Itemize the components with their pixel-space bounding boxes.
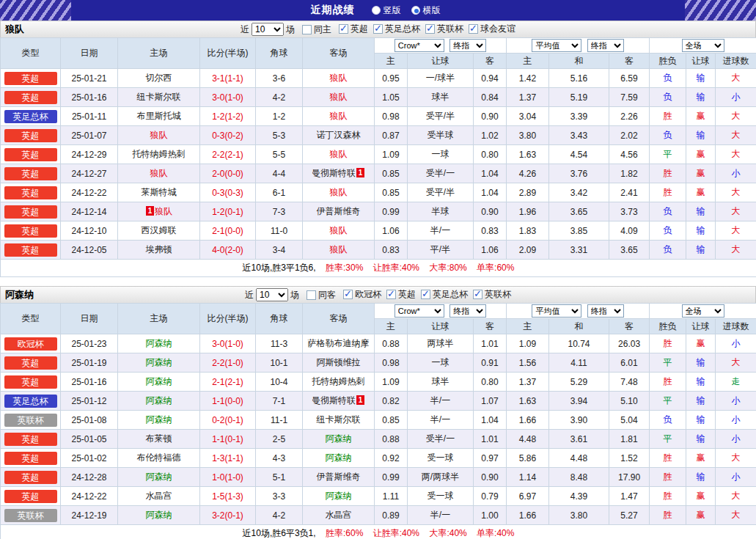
checkbox-icon[interactable] <box>302 25 312 34</box>
layout-option-vertical[interactable]: 竖版 <box>372 4 401 17</box>
team-name-link[interactable]: 托特纳姆热刺 <box>312 376 365 386</box>
team-name-link[interactable]: 曼彻斯特联 <box>312 168 356 178</box>
team-name-link[interactable]: 阿森纳 <box>146 472 172 482</box>
avg-draw-odds: 5.19 <box>549 88 609 107</box>
checkbox-icon[interactable] <box>307 290 316 300</box>
league-filter-checkbox[interactable]: 欧冠杯 <box>343 288 381 301</box>
team-name-link[interactable]: 埃弗顿 <box>146 244 172 254</box>
odds-stage-select[interactable]: 终指 <box>449 39 486 52</box>
team-name-link[interactable]: 纽卡斯尔联 <box>317 414 361 425</box>
date-cell: 24-12-10 <box>61 221 118 241</box>
score-cell[interactable]: 2-2(2-1) <box>200 145 256 164</box>
league-filter-checkbox[interactable]: 英足总杯 <box>421 288 468 301</box>
team-name-link[interactable]: 狼队 <box>150 168 168 178</box>
team-name-link[interactable]: 阿森纳 <box>326 491 352 501</box>
team-name-link[interactable]: 伊普斯维奇 <box>317 472 361 482</box>
score-cell[interactable]: 1-1(0-1) <box>200 430 256 449</box>
team-name-link[interactable]: 阿森纳 <box>326 452 352 463</box>
checkbox-icon[interactable] <box>421 290 430 299</box>
same-venue-checkbox[interactable]: 同主 <box>302 23 331 36</box>
team-name-link[interactable]: 阿森纳 <box>146 338 172 348</box>
checkbox-icon[interactable] <box>339 24 348 34</box>
avg-type-select[interactable]: 平均值 <box>532 39 581 52</box>
score-cell[interactable]: 0-2(0-1) <box>200 411 256 430</box>
team-name-link[interactable]: 阿森纳 <box>326 433 352 444</box>
team-name-link[interactable]: 水晶宫 <box>326 510 352 520</box>
checkbox-icon[interactable] <box>373 24 383 34</box>
team-name-link[interactable]: 布伦特福德 <box>137 452 181 463</box>
team-name-link[interactable]: 切尔西 <box>146 73 172 83</box>
league-filter-checkbox[interactable]: 英超 <box>339 23 368 35</box>
avg-stage-select[interactable]: 终指 <box>587 304 624 318</box>
layout-option-horizontal[interactable]: 横版 <box>411 4 441 17</box>
checkbox-icon[interactable] <box>343 290 353 299</box>
team-name-link[interactable]: 阿森纳 <box>146 414 172 425</box>
result-handicap: 赢 <box>686 183 716 202</box>
team-name-link[interactable]: 水晶宫 <box>146 491 172 501</box>
radio-icon[interactable] <box>372 6 381 15</box>
bookmaker-select[interactable]: Crow* <box>394 39 444 52</box>
match-count-select[interactable]: 10 <box>252 23 284 36</box>
same-venue-checkbox[interactable]: 同客 <box>307 289 336 301</box>
team-name-link[interactable]: 萨格勒布迪纳摩 <box>308 338 370 348</box>
odds-stage-select[interactable]: 终指 <box>449 304 486 318</box>
team-name-link[interactable]: 狼队 <box>330 225 348 235</box>
score-cell[interactable]: 2-0(0-0) <box>200 164 256 183</box>
checkbox-icon[interactable] <box>469 24 478 34</box>
bookmaker-select[interactable]: Crow* <box>394 304 444 318</box>
team-name-link[interactable]: 阿森纳 <box>146 510 172 520</box>
team-name-link[interactable]: 诺丁汉森林 <box>317 130 361 140</box>
checkbox-icon[interactable] <box>473 290 482 299</box>
team-name-link[interactable]: 狼队 <box>150 130 168 140</box>
team-name-link[interactable]: 布莱顿 <box>146 433 172 444</box>
score-cell[interactable]: 3-0(1-0) <box>200 88 256 107</box>
team-name-link[interactable]: 狼队 <box>330 244 348 254</box>
team-name-link[interactable]: 阿森纳 <box>146 357 172 367</box>
team-name-link[interactable]: 狼队 <box>330 187 348 197</box>
team-name-link[interactable]: 托特纳姆热刺 <box>133 149 186 159</box>
team-name-link[interactable]: 阿斯顿维拉 <box>317 357 361 367</box>
league-filter-checkbox[interactable]: 英超 <box>386 288 416 301</box>
scope-select[interactable]: 全场 <box>682 39 724 52</box>
team-name-link[interactable]: 纽卡斯尔联 <box>137 92 181 102</box>
score-cell[interactable]: 1-2(0-1) <box>200 202 256 221</box>
avg-type-select[interactable]: 平均值 <box>532 304 581 318</box>
score-cell[interactable]: 1-5(1-3) <box>200 487 256 506</box>
team-name-link[interactable]: 狼队 <box>330 149 348 159</box>
team-name-link[interactable]: 狼队 <box>330 92 348 102</box>
team-name-link[interactable]: 狼队 <box>155 206 172 216</box>
team-name-link[interactable]: 狼队 <box>330 111 348 121</box>
radio-icon[interactable] <box>411 6 420 15</box>
score-cell[interactable]: 3-1(1-1) <box>200 69 256 88</box>
score-cell[interactable]: 0-3(0-2) <box>200 126 256 145</box>
team-name-link[interactable]: 莱斯特城 <box>142 187 177 197</box>
team-name-link[interactable]: 曼彻斯特联 <box>312 395 356 406</box>
score-cell[interactable]: 3-2(0-1) <box>200 506 256 525</box>
league-filter-checkbox[interactable]: 英足总杯 <box>373 23 420 35</box>
team-name-link[interactable]: 狼队 <box>330 73 348 83</box>
score-cell[interactable]: 2-2(1-0) <box>200 353 256 373</box>
score-cell[interactable]: 4-0(2-0) <box>200 241 256 260</box>
score-cell[interactable]: 1-1(0-0) <box>200 392 256 411</box>
score-cell[interactable]: 3-0(1-0) <box>200 334 256 353</box>
team-name-link[interactable]: 阿森纳 <box>146 376 172 386</box>
checkbox-icon[interactable] <box>386 290 396 299</box>
avg-stage-select[interactable]: 终指 <box>587 39 624 52</box>
team-name-link[interactable]: 布里斯托城 <box>137 111 181 121</box>
over-rate: 大率:40% <box>429 528 466 538</box>
score-cell[interactable]: 1-3(1-1) <box>200 449 256 468</box>
team-name-link[interactable]: 阿森纳 <box>146 395 172 406</box>
score-cell[interactable]: 0-3(0-3) <box>200 183 256 202</box>
team-name-link[interactable]: 伊普斯维奇 <box>317 206 361 216</box>
league-filter-checkbox[interactable]: 球会友谊 <box>469 23 515 35</box>
league-filter-checkbox[interactable]: 英联杯 <box>425 23 463 35</box>
score-cell[interactable]: 1-0(1-0) <box>200 468 256 487</box>
scope-select[interactable]: 全场 <box>682 304 724 318</box>
score-cell[interactable]: 2-1(2-1) <box>200 373 256 392</box>
checkbox-icon[interactable] <box>425 24 435 34</box>
team-name-link[interactable]: 西汉姆联 <box>142 225 177 235</box>
score-cell[interactable]: 1-2(1-2) <box>200 107 256 126</box>
match-count-select[interactable]: 10 <box>256 288 288 301</box>
league-filter-checkbox[interactable]: 英联杯 <box>473 288 511 301</box>
score-cell[interactable]: 2-1(0-0) <box>200 221 256 241</box>
